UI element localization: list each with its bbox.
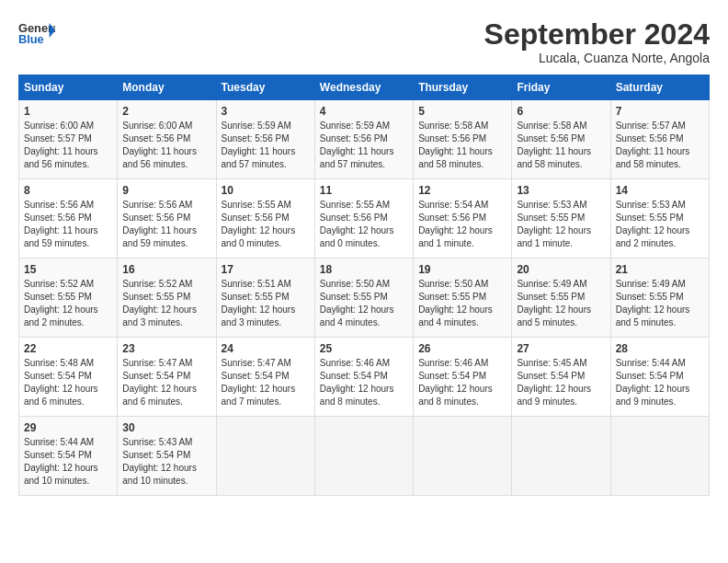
day-number: 7	[616, 105, 704, 118]
day-info: Sunrise: 5:53 AMSunset: 5:55 PMDaylight:…	[517, 199, 605, 250]
day-info: Sunrise: 5:44 AMSunset: 5:54 PMDaylight:…	[24, 436, 112, 488]
calendar-cell: 27 Sunrise: 5:45 AMSunset: 5:54 PMDaylig…	[512, 338, 610, 417]
day-info: Sunrise: 5:44 AMSunset: 5:54 PMDaylight:…	[616, 357, 704, 408]
day-info: Sunrise: 5:59 AMSunset: 5:56 PMDaylight:…	[320, 120, 408, 171]
calendar-cell: 3 Sunrise: 5:59 AMSunset: 5:56 PMDayligh…	[216, 100, 314, 179]
calendar-week-row: 8 Sunrise: 5:56 AMSunset: 5:56 PMDayligh…	[19, 179, 710, 259]
calendar-cell: 29 Sunrise: 5:44 AMSunset: 5:54 PMDaylig…	[19, 417, 118, 496]
calendar-cell	[512, 417, 610, 496]
calendar-cell: 13 Sunrise: 5:53 AMSunset: 5:55 PMDaylig…	[512, 179, 610, 259]
calendar-cell: 8 Sunrise: 5:56 AMSunset: 5:56 PMDayligh…	[19, 179, 118, 259]
calendar-cell: 5 Sunrise: 5:58 AMSunset: 5:56 PMDayligh…	[414, 100, 512, 179]
day-number: 21	[616, 263, 704, 276]
day-info: Sunrise: 5:53 AMSunset: 5:55 PMDaylight:…	[616, 199, 704, 250]
calendar-cell: 7 Sunrise: 5:57 AMSunset: 5:56 PMDayligh…	[610, 100, 709, 179]
calendar-cell: 16 Sunrise: 5:52 AMSunset: 5:55 PMDaylig…	[118, 259, 216, 338]
calendar-cell: 10 Sunrise: 5:55 AMSunset: 5:56 PMDaylig…	[216, 179, 314, 259]
calendar-cell: 30 Sunrise: 5:43 AMSunset: 5:54 PMDaylig…	[118, 417, 216, 496]
calendar-day-header: Wednesday	[314, 75, 413, 100]
calendar-cell: 4 Sunrise: 5:59 AMSunset: 5:56 PMDayligh…	[314, 100, 413, 179]
day-info: Sunrise: 5:48 AMSunset: 5:54 PMDaylight:…	[24, 357, 112, 408]
day-number: 18	[320, 263, 408, 276]
calendar-cell: 24 Sunrise: 5:47 AMSunset: 5:54 PMDaylig…	[216, 338, 314, 417]
day-number: 29	[24, 421, 112, 434]
calendar-cell: 20 Sunrise: 5:49 AMSunset: 5:55 PMDaylig…	[512, 259, 610, 338]
calendar-cell: 22 Sunrise: 5:48 AMSunset: 5:54 PMDaylig…	[19, 338, 118, 417]
day-info: Sunrise: 5:58 AMSunset: 5:56 PMDaylight:…	[517, 120, 605, 171]
calendar-cell: 25 Sunrise: 5:46 AMSunset: 5:54 PMDaylig…	[314, 338, 413, 417]
day-info: Sunrise: 5:46 AMSunset: 5:54 PMDaylight:…	[320, 357, 408, 408]
day-number: 9	[122, 184, 210, 197]
calendar-day-header: Tuesday	[216, 75, 314, 100]
day-info: Sunrise: 5:57 AMSunset: 5:56 PMDaylight:…	[616, 120, 704, 171]
day-info: Sunrise: 5:56 AMSunset: 5:56 PMDaylight:…	[24, 199, 112, 250]
day-info: Sunrise: 5:50 AMSunset: 5:55 PMDaylight:…	[418, 278, 506, 329]
calendar-cell	[314, 417, 413, 496]
calendar-header-row: SundayMondayTuesdayWednesdayThursdayFrid…	[19, 75, 710, 100]
calendar-day-header: Monday	[118, 75, 216, 100]
day-number: 12	[418, 184, 506, 197]
day-number: 4	[320, 105, 408, 118]
day-info: Sunrise: 5:43 AMSunset: 5:54 PMDaylight:…	[122, 436, 210, 488]
day-number: 17	[222, 263, 310, 276]
svg-text:Blue: Blue	[18, 32, 44, 46]
day-number: 15	[24, 263, 112, 276]
calendar-week-row: 15 Sunrise: 5:52 AMSunset: 5:55 PMDaylig…	[19, 259, 710, 338]
calendar-cell: 17 Sunrise: 5:51 AMSunset: 5:55 PMDaylig…	[216, 259, 314, 338]
day-number: 14	[616, 184, 704, 197]
day-number: 20	[517, 263, 605, 276]
day-number: 24	[222, 342, 310, 355]
calendar-cell: 18 Sunrise: 5:50 AMSunset: 5:55 PMDaylig…	[314, 259, 413, 338]
calendar-cell	[216, 417, 314, 496]
calendar-day-header: Friday	[512, 75, 610, 100]
day-info: Sunrise: 6:00 AMSunset: 5:56 PMDaylight:…	[122, 120, 210, 171]
day-number: 26	[418, 342, 506, 355]
day-number: 22	[24, 342, 112, 355]
calendar-day-header: Saturday	[610, 75, 709, 100]
calendar-cell: 28 Sunrise: 5:44 AMSunset: 5:54 PMDaylig…	[610, 338, 709, 417]
day-number: 27	[517, 342, 605, 355]
calendar-cell: 15 Sunrise: 5:52 AMSunset: 5:55 PMDaylig…	[19, 259, 118, 338]
day-number: 13	[517, 184, 605, 197]
day-info: Sunrise: 5:52 AMSunset: 5:55 PMDaylight:…	[24, 278, 112, 329]
calendar-week-row: 22 Sunrise: 5:48 AMSunset: 5:54 PMDaylig…	[19, 338, 710, 417]
day-number: 25	[320, 342, 408, 355]
title-section: September 2024 Lucala, Cuanza Norte, Ang…	[484, 18, 710, 65]
day-info: Sunrise: 5:47 AMSunset: 5:54 PMDaylight:…	[222, 357, 310, 408]
calendar-cell: 2 Sunrise: 6:00 AMSunset: 5:56 PMDayligh…	[118, 100, 216, 179]
calendar-cell: 23 Sunrise: 5:47 AMSunset: 5:54 PMDaylig…	[118, 338, 216, 417]
calendar-subtitle: Lucala, Cuanza Norte, Angola	[484, 51, 710, 65]
day-info: Sunrise: 5:47 AMSunset: 5:54 PMDaylight:…	[122, 357, 210, 408]
calendar-week-row: 29 Sunrise: 5:44 AMSunset: 5:54 PMDaylig…	[19, 417, 710, 496]
day-info: Sunrise: 5:45 AMSunset: 5:54 PMDaylight:…	[517, 357, 605, 408]
day-number: 23	[122, 342, 210, 355]
day-info: Sunrise: 5:56 AMSunset: 5:56 PMDaylight:…	[122, 199, 210, 250]
day-info: Sunrise: 5:55 AMSunset: 5:56 PMDaylight:…	[320, 199, 408, 250]
day-info: Sunrise: 5:52 AMSunset: 5:55 PMDaylight:…	[122, 278, 210, 329]
page-header: General Blue September 2024 Lucala, Cuan…	[18, 18, 710, 65]
day-number: 1	[24, 105, 112, 118]
day-number: 28	[616, 342, 704, 355]
day-info: Sunrise: 5:50 AMSunset: 5:55 PMDaylight:…	[320, 278, 408, 329]
calendar-cell: 21 Sunrise: 5:49 AMSunset: 5:55 PMDaylig…	[610, 259, 709, 338]
calendar-cell	[610, 417, 709, 496]
calendar-week-row: 1 Sunrise: 6:00 AMSunset: 5:57 PMDayligh…	[19, 100, 710, 179]
day-info: Sunrise: 5:49 AMSunset: 5:55 PMDaylight:…	[616, 278, 704, 329]
day-number: 30	[122, 421, 210, 434]
day-info: Sunrise: 5:55 AMSunset: 5:56 PMDaylight:…	[222, 199, 310, 250]
calendar-cell: 12 Sunrise: 5:54 AMSunset: 5:56 PMDaylig…	[414, 179, 512, 259]
logo-icon: General Blue	[18, 18, 55, 46]
day-number: 11	[320, 184, 408, 197]
day-info: Sunrise: 5:59 AMSunset: 5:56 PMDaylight:…	[222, 120, 310, 171]
day-number: 2	[122, 105, 210, 118]
day-number: 5	[418, 105, 506, 118]
day-info: Sunrise: 5:49 AMSunset: 5:55 PMDaylight:…	[517, 278, 605, 329]
day-info: Sunrise: 5:54 AMSunset: 5:56 PMDaylight:…	[418, 199, 506, 250]
day-number: 19	[418, 263, 506, 276]
calendar-cell: 19 Sunrise: 5:50 AMSunset: 5:55 PMDaylig…	[414, 259, 512, 338]
calendar-title: September 2024	[484, 18, 710, 51]
day-info: Sunrise: 6:00 AMSunset: 5:57 PMDaylight:…	[24, 120, 112, 171]
calendar-cell: 14 Sunrise: 5:53 AMSunset: 5:55 PMDaylig…	[610, 179, 709, 259]
calendar-cell: 26 Sunrise: 5:46 AMSunset: 5:54 PMDaylig…	[414, 338, 512, 417]
calendar-cell: 9 Sunrise: 5:56 AMSunset: 5:56 PMDayligh…	[118, 179, 216, 259]
